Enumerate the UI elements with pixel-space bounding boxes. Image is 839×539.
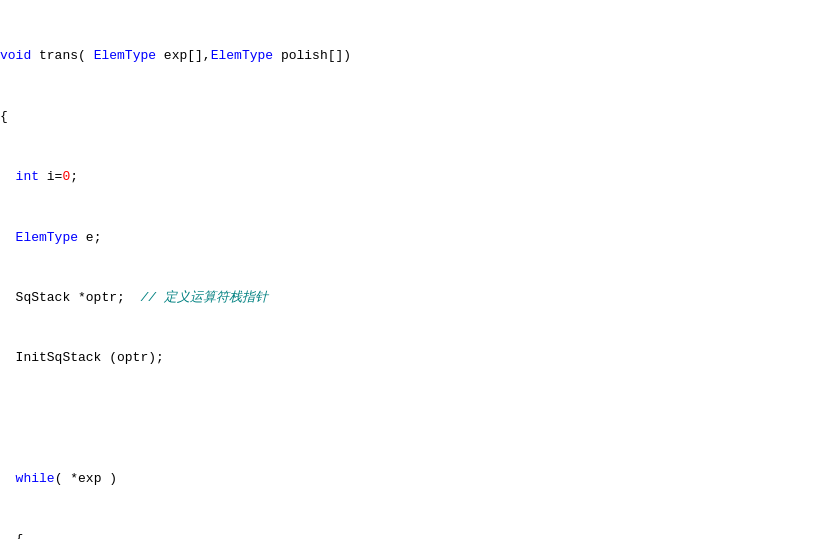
line-5: SqStack *optr; // 定义运算符栈指针: [0, 288, 839, 308]
line-6: InitSqStack (optr);: [0, 348, 839, 368]
kw-while1: while: [16, 471, 55, 486]
line-8: while( *exp ): [0, 469, 839, 489]
line-3: int i=0;: [0, 167, 839, 187]
line-2: {: [0, 107, 839, 127]
kw-elemtype1: ElemType: [94, 48, 156, 63]
kw-elemtype2: ElemType: [211, 48, 273, 63]
code-editor: void trans( ElemType exp[],ElemType poli…: [0, 4, 839, 539]
line-7: [0, 409, 839, 429]
line-4: ElemType e;: [0, 228, 839, 248]
kw-void: void: [0, 48, 31, 63]
kw-elemtype3: ElemType: [16, 230, 78, 245]
comment-1: // 定义运算符栈指针: [133, 290, 268, 305]
line-9: {: [0, 530, 839, 539]
line-1: void trans( ElemType exp[],ElemType poli…: [0, 46, 839, 66]
kw-int: int: [16, 169, 39, 184]
